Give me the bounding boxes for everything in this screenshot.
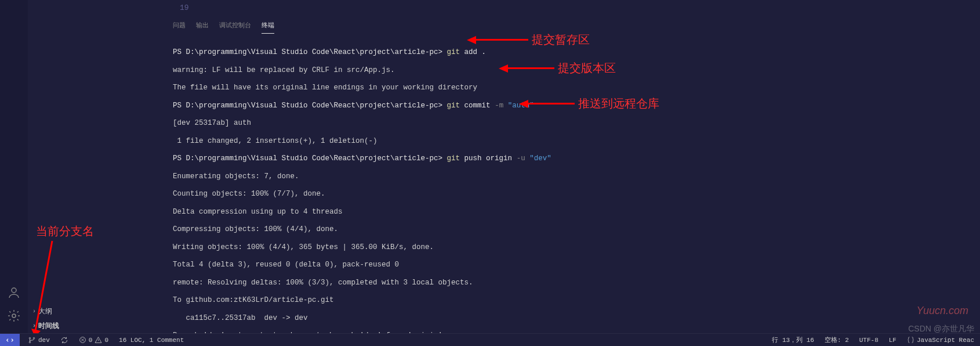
warning-count: 0 <box>104 337 108 344</box>
account-icon[interactable] <box>7 286 21 300</box>
annotation-text: 推送到远程仓库 <box>578 96 659 111</box>
cmd-sub: push origin <box>460 154 517 163</box>
out: Delta compression using up to 4 threads <box>173 208 970 217</box>
panel-tabs: 问题 输出 调试控制台 终端 <box>162 17 980 34</box>
annotation-text: 提交版本区 <box>558 60 616 76</box>
svg-point-6 <box>33 337 34 338</box>
cmd: git <box>447 48 460 56</box>
out: To github.com:ztK63LrD/article-pc.git <box>173 296 970 305</box>
remote-button[interactable] <box>0 334 20 347</box>
out: Counting objects: 100% (7/7), done. <box>173 190 970 199</box>
annotation-branch: 当前分支名 <box>36 224 94 239</box>
flag: -u <box>517 154 525 163</box>
sync-icon <box>60 336 68 344</box>
out: Writing objects: 100% (4/4), 365 bytes |… <box>173 243 970 252</box>
prompt: PS D:\programming\Visual Studio Code\Rea… <box>173 154 442 163</box>
string: "dev" <box>525 154 551 163</box>
status-branch[interactable]: dev <box>26 336 52 344</box>
flag: -m <box>495 102 503 110</box>
gear-icon[interactable] <box>7 309 21 323</box>
status-language[interactable]: JavaScript Reac <box>905 336 977 344</box>
tab-debug-console[interactable]: 调试控制台 <box>219 21 251 34</box>
cmd: git <box>447 102 460 110</box>
braces-icon <box>907 336 914 344</box>
status-sync[interactable] <box>58 336 71 344</box>
annotation-stage: 提交暂存区 <box>467 32 590 48</box>
watermark-yuucn: Yuucn.com <box>917 305 968 317</box>
prompt: PS D:\programming\Visual Studio Code\Rea… <box>173 48 442 56</box>
eol-text: LF <box>889 337 896 344</box>
tab-output[interactable]: 输出 <box>196 21 209 34</box>
tab-terminal[interactable]: 终端 <box>262 21 274 34</box>
status-encoding[interactable]: UTF-8 <box>857 337 881 344</box>
out: Compressing objects: 100% (4/4), done. <box>173 225 970 234</box>
annotation-text: 当前分支名 <box>36 224 94 239</box>
out: The file will have its original line end… <box>173 84 970 92</box>
ln-col-text: 行 13，列 16 <box>772 336 814 344</box>
cmd-sub: commit <box>460 102 495 110</box>
svg-point-5 <box>29 341 30 343</box>
tab-problems[interactable]: 问题 <box>173 21 186 34</box>
spaces-text: 空格: 2 <box>825 336 849 344</box>
annotation-push: 推送到远程仓库 <box>519 96 659 111</box>
status-errors[interactable]: 0 0 <box>77 336 111 344</box>
annotation-commit: 提交版本区 <box>499 60 616 76</box>
prompt: PS D:\programming\Visual Studio Code\Rea… <box>173 102 442 110</box>
svg-point-1 <box>12 314 16 318</box>
out: Total 4 (delta 3), reused 0 (delta 0), p… <box>173 261 970 269</box>
branch-icon <box>28 336 36 344</box>
cmd: git <box>447 154 460 163</box>
editor-area: 19 <box>162 0 980 17</box>
out: ca115c7..25317ab dev -> dev <box>173 314 970 323</box>
status-spaces[interactable]: 空格: 2 <box>822 336 851 344</box>
branch-name: dev <box>38 337 50 344</box>
error-count: 0 <box>89 337 93 344</box>
out: Enumerating objects: 7, done. <box>173 172 970 181</box>
svg-point-0 <box>12 288 16 293</box>
out: [dev 25317ab] auth <box>173 119 970 128</box>
terminal-output[interactable]: PS D:\programming\Visual Studio Code\Rea… <box>162 34 980 346</box>
annotation-text: 提交暂存区 <box>532 32 590 48</box>
activity-bar <box>0 0 28 333</box>
svg-point-4 <box>29 337 30 338</box>
status-bar: dev 0 0 16 LOC, 1 Comment 行 13，列 16 空格: … <box>0 333 980 346</box>
arrow-diagonal <box>29 238 64 340</box>
line-number: 19 <box>162 0 980 16</box>
out: 1 file changed, 2 insertions(+), 1 delet… <box>173 137 970 146</box>
error-icon <box>79 336 86 344</box>
out: remote: Resolving deltas: 100% (3/3), co… <box>173 279 970 287</box>
status-loc[interactable]: 16 LOC, 1 Comment <box>117 337 186 344</box>
warning-icon <box>95 336 102 344</box>
status-ln-col[interactable]: 行 13，列 16 <box>770 336 816 344</box>
svg-line-2 <box>35 241 52 334</box>
remote-icon <box>6 336 14 344</box>
status-eol[interactable]: LF <box>887 337 899 344</box>
cmd-args: add . <box>460 48 486 56</box>
encoding-text: UTF-8 <box>859 337 879 344</box>
lang-text: JavaScript Reac <box>917 337 974 344</box>
loc-text: 16 LOC, 1 Comment <box>119 337 184 344</box>
